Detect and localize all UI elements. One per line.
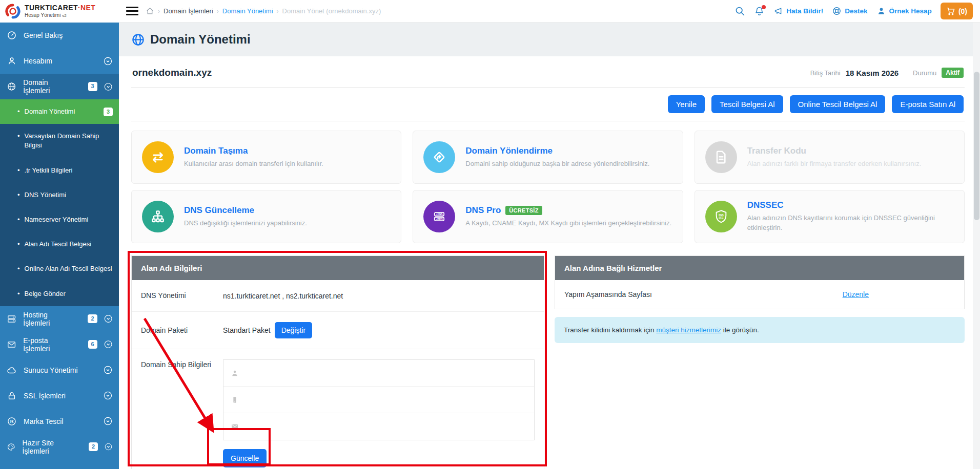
card-description: Domaini sahip olduğunuz başka bir adrese… (465, 159, 649, 169)
package-value: Standart Paket (223, 326, 271, 334)
sidebar: TURKTICARET·NET Hesap Yönetimi v2 Genel … (0, 0, 119, 469)
chevron-down-circle-icon (104, 366, 112, 374)
card-dns-pro[interactable]: • DNS• PRO DNS Pro ÜCRETSİZ A Kaydı, CNA… (413, 190, 683, 243)
lock-icon (7, 391, 17, 401)
sidebar-nav: Genel Bakış Hesabım Domain İşlemleri 3 •… (0, 23, 119, 469)
user-icon (231, 369, 239, 377)
buy-email-button[interactable]: E-posta Satın Al (892, 95, 964, 113)
topbar: › Domain İşlemleri › Domain Yönetimi › D… (119, 0, 980, 23)
vertical-scrollbar-thumb[interactable] (974, 72, 979, 220)
support-link[interactable]: Destek (832, 6, 867, 16)
card-dnssec[interactable]: DNSSEC DNSSEC Alan adınızın DNS kayıtlar… (695, 190, 965, 243)
mobile-phone-icon (231, 396, 239, 404)
renew-button[interactable]: Yenile (668, 95, 705, 113)
status-badge: Aktif (942, 68, 964, 78)
card-title: Domain Yönlendirme (465, 146, 649, 156)
sitemap-icon (142, 201, 174, 232)
sidebar-item-domain-islemleri[interactable]: Domain İşlemleri 3 (0, 74, 119, 99)
svg-text:• PRO: • PRO (436, 218, 443, 221)
card-description: DNS değişikliği işlemlerinizi yapabilirs… (184, 219, 307, 228)
expiry-label: Bitiş Tarihi (810, 69, 841, 77)
submenu-item-tescil-belgesi[interactable]: •Alan Adı Tescil Belgesi (0, 232, 119, 257)
app-window: TURKTICARET·NET Hesap Yönetimi v2 Genel … (0, 0, 980, 469)
globe-icon (7, 81, 16, 92)
bottom-panels: Alan Adı Bilgileri DNS Yönetimi ns1.turk… (131, 255, 965, 469)
search-icon[interactable] (734, 6, 745, 16)
brand-logo[interactable]: TURKTICARET·NET Hesap Yönetimi v2 (0, 0, 119, 23)
submenu-item-dns-yonetimi[interactable]: •DNS Yönetimi (0, 183, 119, 207)
sidebar-item-hazir-site[interactable]: Hazır Site İşlemleri 2 (0, 434, 119, 460)
document-icon (705, 141, 737, 173)
linked-services-panel: Alan Adına Bağlı Hizmetler Yapım Aşaması… (555, 255, 965, 309)
domain-islemleri-badge: 3 (88, 82, 97, 91)
main-area: › Domain İşlemleri › Domain Yönetimi › D… (119, 0, 980, 469)
svg-text:• DNS: • DNS (436, 213, 443, 216)
service-row: Yapım Aşamasında Sayfası Düzenle (555, 280, 964, 309)
hamburger-menu-icon[interactable] (126, 7, 138, 15)
owner-name-field[interactable] (223, 360, 534, 387)
chevron-down-circle-icon (105, 442, 112, 451)
brand-subtitle: Hesap Yönetimi v2 (25, 12, 95, 18)
services-panel-title: Alan Adına Bağlı Hizmetler (555, 256, 964, 280)
owner-email-field[interactable] (223, 413, 534, 440)
submenu-item-domain-yonetimi[interactable]: • Domain Yönetimi 3 (0, 99, 119, 124)
domain-yonetimi-badge: 3 (104, 108, 113, 116)
submenu-item-tr-yetkili[interactable]: •.tr Yetkili Bilgileri (0, 158, 119, 183)
page-title-bar: Domain Yönetimi (119, 23, 980, 56)
sidebar-item-eposta[interactable]: E-posta İşlemleri 6 (0, 332, 119, 357)
sidebar-item-marka[interactable]: R Marka Tescil (0, 409, 119, 434)
right-column: Alan Adına Bağlı Hizmetler Yapım Aşaması… (555, 255, 965, 343)
domain-actions-row: Yenile Tescil Belgesi Al Online Tescil B… (131, 88, 965, 121)
svg-text:SEC: SEC (719, 217, 724, 219)
content: ornekdomain.xyz Bitiş Tarihi 18 Kasım 20… (119, 56, 980, 469)
account-menu[interactable]: Örnek Hesap (876, 6, 932, 16)
cart-button[interactable]: (0) (941, 3, 973, 19)
chevron-down-circle-icon (104, 57, 112, 66)
edit-service-link[interactable]: Düzenle (843, 290, 869, 299)
hazir-site-badge: 2 (89, 442, 98, 451)
owner-fields-box (223, 359, 535, 440)
brand-name: TURKTICARET·NET (25, 4, 95, 12)
transfer-lock-info-box: Transfer kilidini kaldırmak için müşteri… (555, 317, 965, 343)
notifications-bell-icon[interactable] (754, 6, 765, 16)
submenu-item-online-tescil[interactable]: •Online Alan Adı Tescil Belgesi (0, 257, 119, 281)
globe-icon (131, 33, 145, 47)
card-domain-tasima[interactable]: Domain Taşıma Kullanıcılar arası domain … (131, 131, 401, 184)
submenu-item-nameserver[interactable]: •Nameserver Yönetimi (0, 207, 119, 232)
submenu-item-belge-gonder[interactable]: •Belge Gönder (0, 282, 119, 306)
sidebar-item-hesabim[interactable]: Hesabım (0, 48, 119, 74)
submenu-item-varsayilan-sahip[interactable]: •Varsayılan Domain Sahip Bilgisi (0, 124, 119, 158)
expiry-value: 18 Kasım 2026 (846, 69, 899, 77)
report-bug-link[interactable]: Hata Bildir! (773, 6, 823, 16)
eposta-badge: 6 (88, 340, 97, 349)
sidebar-item-genel-bakis[interactable]: Genel Bakış (0, 23, 119, 48)
customer-services-link[interactable]: müşteri hizmetlerimiz (656, 326, 721, 334)
sidebar-item-ssl[interactable]: SSL İşlemleri (0, 383, 119, 409)
card-description: A Kaydı, CNAME Kaydı, MX Kaydı gibi işle… (465, 219, 671, 228)
card-domain-yonlendirme[interactable]: Domain Yönlendirme Domaini sahip olduğun… (413, 131, 683, 184)
hosting-badge: 2 (88, 314, 97, 323)
owner-phone-field[interactable] (223, 387, 534, 413)
user-icon (7, 56, 17, 66)
sidebar-item-hosting[interactable]: Hosting İşlemleri 2 (0, 306, 119, 332)
change-package-button[interactable]: Değiştir (275, 322, 312, 338)
cart-icon (946, 7, 955, 16)
breadcrumb-domain-islemleri[interactable]: Domain İşlemleri (164, 7, 213, 15)
card-title: DNS Güncelleme (184, 205, 307, 216)
envelope-icon (7, 339, 16, 350)
user-icon (876, 6, 886, 16)
breadcrumb-domain-yonetimi[interactable]: Domain Yönetimi (222, 7, 273, 15)
server-icon (7, 314, 16, 324)
home-icon[interactable] (146, 7, 154, 15)
update-owner-button[interactable]: Güncelle (223, 449, 267, 467)
dashboard-icon (7, 30, 17, 40)
card-dns-guncelleme[interactable]: DNS Güncelleme DNS değişikliği işlemleri… (131, 190, 401, 243)
owner-info-row: Domain Sahip Bilgileri (132, 349, 544, 469)
sidebar-item-sunucu[interactable]: Sunucu Yönetimi (0, 357, 119, 383)
page-title: Domain Yönetimi (150, 32, 251, 47)
dnssec-shield-icon: DNSSEC (705, 201, 737, 232)
domain-header-row: ornekdomain.xyz Bitiş Tarihi 18 Kasım 20… (131, 56, 965, 88)
online-certificate-button[interactable]: Online Tescil Belgesi Al (790, 95, 886, 113)
certificate-button[interactable]: Tescil Belgesi Al (711, 95, 783, 113)
dns-value: ns1.turkticaret.net , ns2.turkticaret.ne… (223, 292, 343, 300)
